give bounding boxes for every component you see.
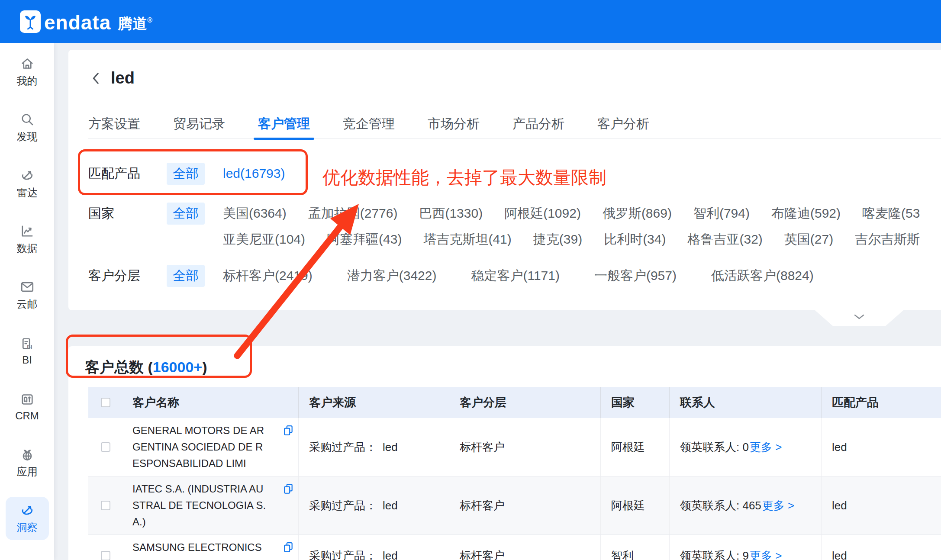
source-value: led (383, 441, 398, 454)
col-header-country: 国家 (600, 387, 669, 418)
filter-country-option[interactable]: 格鲁吉亚(32) (687, 231, 762, 248)
col-header-customer-tier: 客户分层 (449, 387, 600, 418)
filter-tier-option[interactable]: 稳定客户(1171) (471, 267, 560, 285)
table-row: IATEC S.A. (INDUSTRIA AUSTRAL DE TECNOLO… (88, 476, 941, 535)
filter-country-option[interactable]: 捷克(39) (533, 231, 582, 248)
filter-country-option[interactable]: 阿根廷(1092) (504, 205, 581, 222)
filter-label-product: 匹配产品 (88, 165, 167, 183)
sidebar-item-bi[interactable]: BI BI (6, 329, 49, 373)
sidebar-item-crm[interactable]: CRM (6, 385, 49, 428)
filter-tier-option[interactable]: 一般客户(957) (594, 267, 677, 285)
filter-country-option[interactable]: 布隆迪(592) (771, 205, 841, 222)
brand-wordmark: endata (44, 12, 111, 33)
row-checkbox[interactable] (101, 551, 110, 560)
col-header-matched-product: 匹配产品 (821, 387, 941, 418)
customer-tier: 标杆客户 (449, 476, 600, 534)
page-header: led (88, 69, 135, 87)
filter-tier-option[interactable]: 低活跃客户(8824) (711, 267, 814, 285)
tab-competitor-management[interactable]: 竞企管理 (343, 109, 395, 139)
customer-name: SAMSUNG ELECTRONICS CHILE LTDA (132, 539, 267, 560)
filter-country-option[interactable]: 亚美尼亚(104) (223, 231, 305, 248)
sidebar-item-insight[interactable]: 洞察 (6, 497, 49, 540)
filter-tier-all-chip[interactable]: 全部 (167, 265, 205, 287)
sidebar-item-label: 发现 (17, 130, 38, 144)
sidebar-item-radar[interactable]: 雷达 (6, 162, 49, 205)
customer-name: IATEC S.A. (INDUSTRIA AUSTRAL DE TECNOLO… (132, 481, 267, 530)
svg-text:BI: BI (27, 344, 32, 350)
source-value: led (383, 499, 398, 512)
top-app-bar: endata 腾道® (0, 0, 941, 43)
customer-list-card: 客户总数 (16000+) 客户名称 客户来源 客户分层 国家 联系人 匹配产品… (68, 346, 941, 560)
col-header-contact: 联系人 (669, 387, 821, 418)
col-header-customer-source: 客户来源 (298, 387, 449, 418)
filter-tier-option[interactable]: 标杆客户(2419) (223, 267, 313, 285)
filter-country-option[interactable]: 喀麦隆(53 (862, 205, 920, 222)
data-chart-icon (19, 223, 35, 239)
sidebar-item-data[interactable]: 数据 (6, 218, 49, 261)
customer-total-label: 客户总数 ( (85, 359, 153, 375)
filter-country-option[interactable]: 智利(794) (693, 205, 750, 222)
page-title: led (111, 69, 135, 87)
row-checkbox[interactable] (101, 442, 110, 452)
sidebar-item-mine[interactable]: 我的 (6, 50, 49, 93)
tab-scheme-settings[interactable]: 方案设置 (88, 109, 140, 139)
tab-customer-management[interactable]: 客户管理 (258, 109, 310, 139)
filter-label-tier: 客户分层 (88, 267, 167, 285)
filter-tier-option[interactable]: 潜力客户(3422) (347, 267, 437, 285)
filter-country-option[interactable]: 巴西(1330) (419, 205, 483, 222)
tab-customer-analysis[interactable]: 客户分析 (597, 109, 649, 139)
sidebar-item-apps[interactable]: 应用 (6, 441, 49, 484)
more-link[interactable]: 更多 > (750, 440, 782, 455)
sidebar-item-mail[interactable]: 云邮 (6, 274, 49, 317)
search-icon (19, 112, 35, 127)
mail-icon (19, 279, 35, 295)
table-row: SAMSUNG ELECTRONICS CHILE LTDA 采购过产品：led… (88, 535, 941, 560)
crm-book-icon (19, 392, 35, 407)
brand-logo[interactable]: endata 腾道® (20, 10, 152, 33)
more-link[interactable]: 更多 > (762, 498, 794, 513)
sidebar-item-label: 雷达 (17, 186, 38, 200)
filter-country-option[interactable]: 塔吉克斯坦(41) (423, 231, 511, 248)
sidebar-item-label: 应用 (17, 465, 38, 479)
filter-country-option[interactable]: 阿塞拜疆(43) (327, 231, 402, 248)
filter-country-option[interactable]: 俄罗斯(869) (603, 205, 672, 222)
select-all-checkbox[interactable] (101, 398, 110, 407)
customer-total-count: 16000+ (153, 359, 202, 375)
filter-country-option[interactable]: 英国(27) (784, 231, 833, 248)
copy-icon[interactable] (284, 542, 293, 556)
filter-country-option[interactable]: 吉尔吉斯斯 (855, 231, 920, 248)
back-button[interactable] (88, 71, 104, 86)
filter-country-option[interactable]: 孟加拉国(2776) (308, 205, 398, 222)
sidebar-item-label: 我的 (17, 74, 38, 88)
filter-product-all-chip[interactable]: 全部 (167, 163, 205, 185)
copy-icon[interactable] (284, 483, 293, 498)
tab-trade-records[interactable]: 贸易记录 (173, 109, 225, 139)
tab-product-analysis[interactable]: 产品分析 (512, 109, 564, 139)
more-link[interactable]: 更多 > (750, 548, 782, 560)
tab-bar: 方案设置 贸易记录 客户管理 竞企管理 市场分析 产品分析 客户分析 (88, 109, 941, 139)
filter-row-tier: 客户分层 全部 标杆客户(2419) 潜力客户(3422) 稳定客户(1171)… (88, 264, 941, 288)
source-value: led (383, 549, 398, 560)
filter-row-country: 国家 全部 美国(6364) 孟加拉国(2776) 巴西(1330) 阿根廷(1… (88, 201, 941, 225)
filter-product-option-led[interactable]: led(16793) (223, 166, 285, 181)
row-checkbox[interactable] (101, 501, 110, 510)
customer-table: 客户名称 客户来源 客户分层 国家 联系人 匹配产品 GENERAL MOTOR… (88, 387, 941, 560)
source-label: 采购过产品： (309, 498, 377, 513)
filter-country-all-chip[interactable]: 全部 (167, 203, 205, 225)
sprout-globe-icon (19, 447, 35, 462)
linkedin-contacts: 领英联系人: 9 (680, 548, 749, 560)
tab-market-analysis[interactable]: 市场分析 (428, 109, 480, 139)
chevron-down-icon (854, 314, 865, 322)
sidebar-item-discover[interactable]: 发现 (6, 106, 49, 149)
filter-row-product: 匹配产品 全部 led(16793) (88, 161, 941, 186)
collapse-filters-button[interactable] (815, 310, 903, 326)
sidebar-item-label: 云邮 (17, 297, 38, 311)
filter-country-option[interactable]: 比利时(34) (604, 231, 666, 248)
customer-total-summary: 客户总数 (16000+) (85, 357, 207, 377)
copy-icon[interactable] (284, 425, 293, 439)
filter-country-option[interactable]: 美国(6364) (223, 205, 287, 222)
customer-country: 阿根廷 (600, 476, 669, 534)
linkedin-contacts: 领英联系人: 465 (680, 498, 761, 513)
customer-name: GENERAL MOTORS DE ARGENTINA SOCIEDAD DE … (132, 422, 267, 472)
matched-product: led (821, 476, 941, 534)
